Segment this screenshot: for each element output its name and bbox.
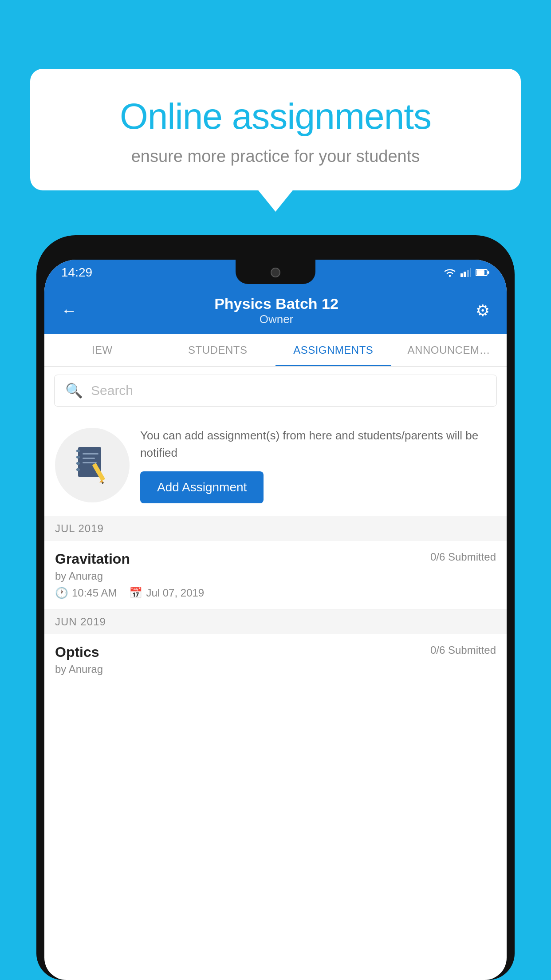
assignment-name-optics: Optics xyxy=(55,644,99,660)
month-label-jul: JUL 2019 xyxy=(55,522,104,534)
status-icons xyxy=(444,268,490,277)
svg-rect-10 xyxy=(76,456,80,458)
assignment-submitted-optics: 0/6 Submitted xyxy=(430,644,496,656)
svg-rect-14 xyxy=(83,458,95,459)
tab-announcements[interactable]: ANNOUNCEM… xyxy=(391,334,507,366)
svg-rect-7 xyxy=(488,271,489,274)
notch xyxy=(236,260,315,284)
notebook-icon xyxy=(76,446,108,484)
assignment-by-optics: by Anurag xyxy=(55,663,496,676)
status-time: 14:29 xyxy=(61,265,92,280)
assignment-submitted: 0/6 Submitted xyxy=(430,551,496,563)
add-assignment-button[interactable]: Add Assignment xyxy=(140,471,264,503)
svg-rect-2 xyxy=(464,272,466,277)
svg-rect-3 xyxy=(467,270,469,277)
svg-rect-12 xyxy=(76,468,80,471)
svg-point-0 xyxy=(449,275,451,277)
front-camera xyxy=(271,268,280,277)
assignment-item-optics[interactable]: Optics 0/6 Submitted by Anurag xyxy=(44,634,507,690)
phone-screen: 14:29 xyxy=(44,260,507,980)
assignment-header-optics: Optics 0/6 Submitted xyxy=(55,644,496,660)
svg-rect-6 xyxy=(476,270,484,275)
assignment-header: Gravitation 0/6 Submitted xyxy=(55,551,496,567)
svg-rect-11 xyxy=(76,462,80,465)
month-section-jul: JUL 2019 xyxy=(44,516,507,541)
month-section-jun: JUN 2019 xyxy=(44,609,507,634)
speech-bubble: Online assignments ensure more practice … xyxy=(30,69,521,190)
month-label-jun: JUN 2019 xyxy=(55,616,106,628)
back-button[interactable]: ← xyxy=(61,301,77,320)
svg-rect-9 xyxy=(76,450,80,452)
batch-subtitle: Owner xyxy=(214,312,338,326)
tab-assignments[interactable]: ASSIGNMENTS xyxy=(276,334,391,366)
svg-rect-4 xyxy=(470,268,471,277)
svg-rect-13 xyxy=(83,453,98,454)
tabs-container: IEW STUDENTS ASSIGNMENTS ANNOUNCEM… xyxy=(44,334,507,367)
svg-rect-15 xyxy=(83,462,97,463)
speech-bubble-title: Online assignments xyxy=(61,95,490,137)
search-input[interactable]: 🔍 Search xyxy=(54,375,497,407)
search-container: 🔍 Search xyxy=(44,367,507,415)
assignment-time: 🕐 10:45 AM xyxy=(55,587,117,599)
speech-bubble-container: Online assignments ensure more practice … xyxy=(30,69,521,190)
svg-marker-18 xyxy=(102,482,104,484)
clock-icon: 🕐 xyxy=(55,587,68,599)
assignment-name: Gravitation xyxy=(55,551,130,567)
promo-icon-circle xyxy=(55,428,130,502)
search-placeholder: Search xyxy=(91,383,133,398)
add-assignment-promo: You can add assignment(s) from here and … xyxy=(44,415,507,516)
assignment-by: by Anurag xyxy=(55,570,496,582)
batch-title: Physics Batch 12 xyxy=(214,295,338,312)
promo-text: You can add assignment(s) from here and … xyxy=(140,427,496,462)
wifi-icon xyxy=(444,268,456,277)
phone-frame: 14:29 xyxy=(36,235,515,980)
calendar-icon: 📅 xyxy=(129,587,142,599)
assignment-meta: 🕐 10:45 AM 📅 Jul 07, 2019 xyxy=(55,587,496,599)
tab-students[interactable]: STUDENTS xyxy=(160,334,276,366)
settings-button[interactable]: ⚙ xyxy=(476,301,490,320)
header-title-group: Physics Batch 12 Owner xyxy=(214,295,338,326)
promo-content: You can add assignment(s) from here and … xyxy=(140,427,496,503)
battery-icon xyxy=(476,269,490,277)
assignment-item-gravitation[interactable]: Gravitation 0/6 Submitted by Anurag 🕐 10… xyxy=(44,541,507,609)
search-icon: 🔍 xyxy=(65,382,83,399)
tab-iew[interactable]: IEW xyxy=(44,334,160,366)
svg-rect-1 xyxy=(460,273,463,277)
assignment-date: 📅 Jul 07, 2019 xyxy=(129,587,204,599)
signal-icon xyxy=(460,268,471,277)
app-header: ← Physics Batch 12 Owner ⚙ xyxy=(44,285,507,334)
speech-bubble-subtitle: ensure more practice for your students xyxy=(61,147,490,166)
